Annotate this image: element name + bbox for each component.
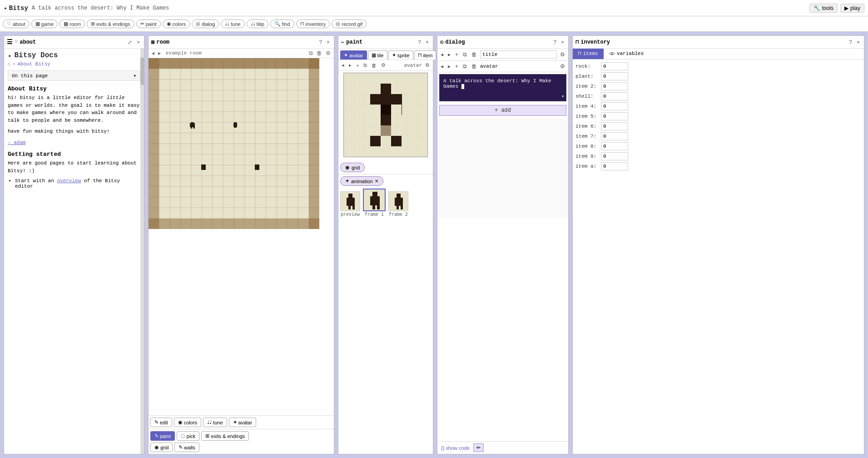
about-expand-button[interactable]: ⤢ — [126, 39, 134, 46]
dialog-add-btn[interactable]: + add — [439, 105, 566, 116]
paint-sub-add[interactable]: + — [355, 62, 360, 69]
nav-colors[interactable]: ◉ colors — [163, 20, 190, 28]
inv-item-input[interactable] — [601, 72, 628, 80]
inv-item-input[interactable] — [601, 142, 628, 150]
on-this-page[interactable]: On this page ▾ — [8, 70, 140, 81]
nav-about[interactable]: ♡ about — [3, 20, 30, 28]
svg-rect-68 — [397, 206, 399, 209]
nav-exits[interactable]: ⊞ exits & endings — [87, 20, 134, 28]
dialog-avatar-next[interactable]: ▸ — [446, 63, 452, 70]
about-close-button[interactable]: × — [135, 39, 141, 46]
dialog-name-input[interactable] — [480, 50, 557, 59]
paint-help-button[interactable]: ? — [417, 39, 422, 46]
play-button[interactable]: ▶ play — [840, 4, 864, 13]
paint-tab-avatar[interactable]: ✦ avatar — [340, 50, 367, 60]
svg-rect-5 — [191, 122, 194, 123]
nav-inventory[interactable]: ⊓ inventory — [296, 20, 330, 28]
paint-grid-button[interactable]: ◉ grid — [340, 163, 365, 172]
dialog-textarea[interactable] — [437, 118, 568, 218]
room-close-button[interactable]: × — [325, 39, 331, 46]
dialog-search-button[interactable]: ⚙ — [559, 51, 566, 58]
nav-dialog[interactable]: ◎ dialog — [192, 20, 219, 28]
room-edit-tab[interactable]: ✎ edit — [150, 418, 172, 427]
inv-item-input[interactable] — [601, 82, 628, 90]
room-next-button[interactable]: ▸ — [157, 50, 162, 57]
nav-find[interactable]: 🔍 find — [270, 20, 294, 28]
dialog-avatar-add[interactable]: + — [454, 63, 460, 70]
room-pick-tool[interactable]: ◌ pick — [177, 431, 200, 441]
dialog-copy-button[interactable]: ⧉ — [461, 51, 468, 58]
room-settings-button[interactable]: ⚙ — [324, 50, 332, 57]
dialog-help-button[interactable]: ? — [552, 39, 558, 46]
room-exits-tool[interactable]: ⊞ exits & endings — [201, 431, 249, 441]
paint-canvas[interactable] — [343, 73, 428, 157]
nav-game[interactable]: ▦ game — [31, 20, 58, 28]
dialog-add-button[interactable]: + — [454, 51, 460, 58]
nav-room[interactable]: ▦ room — [60, 20, 85, 28]
tools-button[interactable]: 🔧 tools — [809, 4, 838, 13]
inventory-help-button[interactable]: ? — [848, 39, 853, 46]
inv-item-input[interactable] — [601, 162, 628, 170]
overview-link[interactable]: overview — [57, 178, 81, 184]
paint-sub-next[interactable]: ▸ — [347, 62, 353, 69]
show-code-button[interactable]: {} show code — [439, 444, 471, 452]
paint-tab-sprite[interactable]: ✦ sprite — [388, 50, 413, 60]
dialog-avatar-prev[interactable]: ◂ — [439, 63, 445, 70]
about-author-link[interactable]: – adam — [8, 140, 26, 145]
paint-sub-copy[interactable]: ⧉ — [362, 62, 368, 69]
animation-button[interactable]: ✦ animation ✕ — [340, 176, 383, 186]
room-prev-button[interactable]: ◂ — [150, 50, 156, 57]
inv-item-input[interactable] — [601, 112, 628, 120]
dialog-delete-button[interactable]: 🗑 — [470, 51, 478, 58]
room-avatar-tab[interactable]: ✦ avatar — [229, 418, 257, 427]
inv-item-input[interactable] — [601, 122, 628, 130]
anim-frame-2[interactable]: frame 2 — [388, 191, 408, 217]
dialog-close-button[interactable]: × — [560, 39, 565, 46]
dialog-avatar-search[interactable]: ⚙ — [559, 63, 566, 70]
sprite-tab-icon: ✦ — [392, 52, 396, 58]
room-footer-tools: ✎ paint ◌ pick ⊞ exits & endings — [149, 429, 334, 443]
paint-tab-tile[interactable]: ▦ tile — [368, 50, 387, 60]
dialog-avatar-copy[interactable]: ⧉ — [461, 63, 468, 70]
room-help-button[interactable]: ? — [317, 39, 323, 46]
room-tune-tab[interactable]: ♩♩ tune — [203, 418, 227, 427]
inv-item-input[interactable] — [601, 132, 628, 140]
svg-rect-64 — [377, 205, 380, 209]
breadcrumb-section-link[interactable]: About Bitsy — [17, 61, 50, 67]
room-colors-tab[interactable]: ◉ colors — [174, 418, 201, 427]
inv-item-input[interactable] — [601, 102, 628, 110]
nav-record-gif[interactable]: ◎ record gif — [332, 20, 367, 28]
paint-sub-search[interactable]: ⚙ — [424, 62, 431, 69]
room-grid-tool[interactable]: ◉ grid — [150, 443, 173, 452]
inventory-close-button[interactable]: × — [855, 39, 861, 46]
paint-sub-delete[interactable]: 🗑 — [370, 62, 378, 69]
inv-item-input[interactable] — [601, 92, 628, 100]
room-delete-button[interactable]: 🗑 — [315, 50, 323, 57]
inv-item-input[interactable] — [601, 152, 628, 160]
dialog-avatar-delete[interactable]: 🗑 — [470, 63, 478, 70]
room-copy-button[interactable]: ⧉ — [308, 50, 314, 57]
paint-tab-item[interactable]: ⊓ item — [414, 50, 436, 60]
paint-icon: ✏ — [140, 21, 144, 27]
inv-tab-variables[interactable]: ◁▷ variables — [604, 49, 650, 59]
paint-close-button[interactable]: × — [424, 39, 430, 46]
edit-code-button[interactable]: ✏ — [473, 443, 484, 452]
inv-item-label: shell: — [575, 94, 598, 99]
inv-tab-items[interactable]: ⊓ items — [573, 49, 604, 59]
dialog-prev-button[interactable]: ◂ — [439, 51, 445, 58]
dialog-next-button[interactable]: ▸ — [446, 51, 452, 58]
svg-rect-50 — [391, 105, 402, 115]
paint-sub-settings[interactable]: ⚙ — [380, 62, 387, 69]
anim-frame-1[interactable]: frame 1 — [363, 189, 386, 217]
paint-sub-prev[interactable]: ◂ — [340, 62, 346, 69]
room-paint-tool[interactable]: ✎ paint — [150, 431, 175, 441]
inv-item-input[interactable] — [601, 62, 628, 70]
room-walls-tool[interactable]: ✎ walls — [174, 443, 199, 452]
nav-blip[interactable]: ♩♩ blip — [247, 20, 268, 28]
breadcrumb-home-link[interactable]: ⌂ — [8, 61, 11, 67]
nav-paint[interactable]: ✏ paint — [136, 20, 161, 28]
nav-tune[interactable]: ♩♩ tune — [221, 20, 244, 28]
room-canvas[interactable] — [149, 58, 319, 229]
inv-item-row: item 6: — [575, 122, 861, 130]
app-title: ✦ Bitsy — [4, 5, 28, 12]
